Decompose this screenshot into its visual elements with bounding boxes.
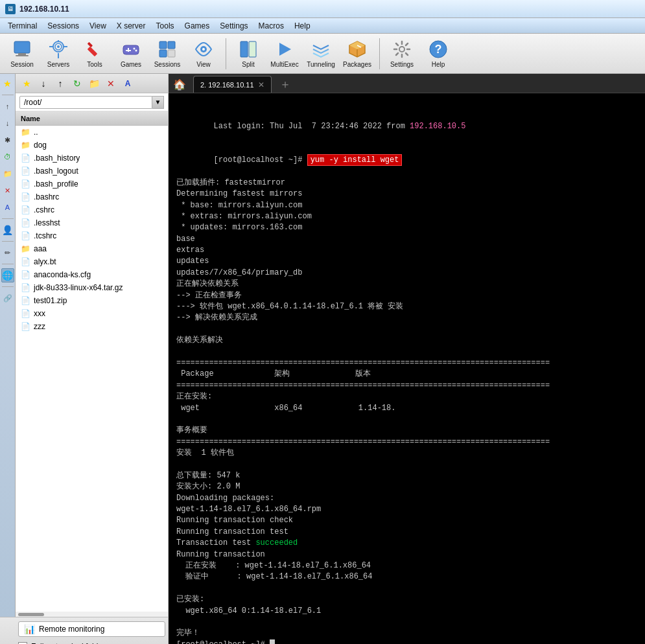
list-item[interactable]: 📄 anaconda-ks.cfg (16, 268, 168, 281)
term-line-succeeded: Transaction test succeeded (176, 538, 637, 549)
settings-button[interactable]: Settings (385, 36, 419, 71)
menu-tools[interactable]: Tools (151, 20, 180, 32)
sidebar-toolbar: ★ ↓ ↑ ↻ 📁 ✕ A (16, 74, 168, 93)
list-item[interactable]: 📄 .tcshrc (16, 229, 168, 242)
packages-button[interactable]: Packages (340, 36, 374, 71)
menu-macros[interactable]: Macros (253, 20, 289, 32)
term-line-2: Determining fastest mirrors (176, 189, 637, 200)
term-line-verify: 验证中 : wget-1.14-18.el7_6.1.x86_64 (176, 571, 637, 582)
term-line-wget: wget x86_64 1.14-18. (176, 403, 637, 414)
sidebar-text-btn[interactable]: A (121, 76, 135, 91)
terminal-blank-top (176, 98, 637, 109)
sidebar-delete-btn[interactable]: ✕ (104, 76, 118, 91)
servers-button[interactable]: Servers (41, 36, 75, 71)
delete-icon[interactable]: ✕ (1, 183, 14, 198)
menu-settings[interactable]: Settings (215, 20, 253, 32)
list-item[interactable]: 📁 aaa (16, 242, 168, 255)
split-button[interactable]: Split (231, 36, 265, 71)
sidebar-folder-btn[interactable]: 📁 (87, 76, 101, 91)
remote-monitoring-button[interactable]: 📊 Remote monitoring (18, 621, 165, 637)
menu-bar: Terminal Sessions View X server Tools Ga… (0, 18, 645, 34)
follow-terminal-row[interactable]: Follow terminal folder (18, 641, 165, 644)
menu-terminal[interactable]: Terminal (3, 20, 42, 32)
network-icon[interactable]: 🌐 (1, 268, 14, 282)
cshrc-icon: 📄 (21, 205, 31, 214)
list-item[interactable]: 📄 alyx.bt (16, 255, 168, 268)
session-button[interactable]: Session (5, 36, 39, 71)
tab-192-168-10-11[interactable]: 2. 192.168.10.11 ✕ (193, 76, 272, 93)
packages-icon (347, 39, 368, 60)
sidebar-star-btn[interactable]: ★ (19, 76, 34, 91)
list-item[interactable]: 📄 xxx (16, 307, 168, 320)
alyx-icon: 📄 (21, 257, 31, 266)
svg-point-22 (202, 48, 205, 51)
list-item[interactable]: 📄 jdk-8u333-linux-x64.tar.gz (16, 281, 168, 294)
terminal-wrapper: 🏠 2. 192.168.10.11 ✕ ＋ Last login: Thu J… (169, 74, 645, 644)
upload-icon[interactable]: ↑ (1, 99, 14, 113)
term-line-blank2 (176, 347, 637, 358)
menu-view[interactable]: View (84, 20, 111, 32)
view-button[interactable]: View (187, 36, 220, 71)
terminal-cmd-line: [root@localhost ~]# yum -y install wget (176, 144, 637, 178)
favorites-icon[interactable]: ★ (1, 76, 14, 91)
term-line-1: 已加载插件: fastestmirror (176, 178, 637, 189)
sessions-button[interactable]: Sessions (150, 36, 184, 71)
folder-icon-btn[interactable]: 📁 (1, 167, 14, 181)
bash-profile-icon: 📄 (21, 179, 31, 189)
xxx-icon: 📄 (21, 309, 31, 318)
dog-folder-icon: 📁 (21, 141, 31, 150)
tab-close-btn[interactable]: ✕ (258, 80, 264, 89)
tunneling-button[interactable]: Tunneling (304, 36, 338, 71)
list-item[interactable]: 📄 test01.zip (16, 294, 168, 307)
pencil-icon[interactable]: ✏ (1, 246, 14, 260)
term-line-12: ---> 软件包 wget.x86_64.0.1.14-18.el7_6.1 将… (176, 301, 637, 312)
list-item[interactable]: 📄 zzz (16, 320, 168, 333)
list-item[interactable]: 📄 .bash_logout (16, 165, 168, 178)
list-item[interactable]: 📄 .bash_profile (16, 178, 168, 190)
toolbar-divider-1 (226, 38, 226, 69)
term-line-running: Running transaction (176, 549, 637, 560)
download-icon[interactable]: ↓ (1, 116, 14, 130)
path-input[interactable] (19, 96, 152, 109)
file-list[interactable]: 📁 .. 📁 dog 📄 .bash_history 📄 .bash_logou… (16, 126, 168, 612)
tab-home-icon[interactable]: 🏠 (171, 76, 188, 93)
menu-games[interactable]: Games (180, 20, 215, 32)
menu-help[interactable]: Help (289, 20, 316, 32)
menu-xserver[interactable]: X server (111, 20, 151, 32)
list-item[interactable]: 📄 .bash_history (16, 152, 168, 165)
sidebar-up-btn[interactable]: ↑ (53, 76, 67, 91)
sidebar-scrollbar-thumb[interactable] (18, 613, 44, 616)
person-icon[interactable]: 👤 (1, 223, 14, 237)
term-line-downloading: Downloading packages: (176, 493, 637, 504)
list-item[interactable]: 📄 .lesshst (16, 216, 168, 229)
path-dropdown-btn[interactable]: ▼ (152, 96, 164, 109)
new-file-icon[interactable]: ✱ (1, 133, 14, 147)
link-icon[interactable]: 🔗 (1, 291, 14, 305)
terminal-output[interactable]: Last login: Thu Jul 7 23:24:46 2022 from… (169, 93, 645, 644)
menu-sessions[interactable]: Sessions (42, 20, 84, 32)
monitor-chart-icon: 📊 (24, 624, 35, 634)
history-icon[interactable]: ⏱ (1, 150, 14, 164)
list-item[interactable]: 📁 .. (16, 126, 168, 139)
svg-rect-20 (168, 50, 175, 57)
term-line-sep3: ========================================… (176, 437, 637, 448)
games-button[interactable]: Games (114, 36, 148, 71)
svg-rect-19 (159, 50, 167, 57)
help-button[interactable]: ? Help (421, 36, 455, 71)
list-item[interactable]: 📄 .bashrc (16, 190, 168, 203)
sessions-icon (157, 39, 178, 60)
settings-icon (392, 39, 412, 60)
split-icon (238, 39, 259, 60)
list-item[interactable]: 📁 dog (16, 139, 168, 152)
term-line-4: * extras: mirrors.aliyun.com (176, 211, 637, 222)
term-line-rpm: wget-1.14-18.el7_6.1.x86_64.rpm (176, 504, 637, 515)
list-item[interactable]: 📄 .cshrc (16, 203, 168, 216)
text-icon[interactable]: A (1, 200, 14, 214)
term-line-sep2: ========================================… (176, 380, 637, 391)
sidebar-scroll-area[interactable] (16, 612, 168, 617)
multiexec-button[interactable]: MultiExec (268, 36, 301, 71)
tools-button[interactable]: Tools (78, 36, 111, 71)
sidebar-refresh-btn[interactable]: ↻ (70, 76, 84, 91)
sidebar-down-btn[interactable]: ↓ (36, 76, 51, 91)
add-tab-button[interactable]: ＋ (277, 76, 294, 93)
